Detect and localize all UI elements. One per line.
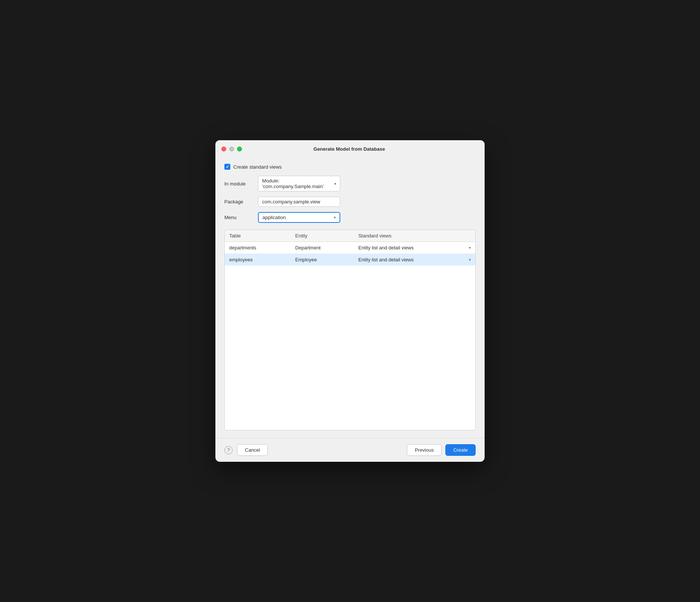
- dialog-title: Generate Model from Database: [313, 146, 385, 152]
- create-standard-views-row: Create standard views: [224, 164, 476, 170]
- row-table-cell: employees: [225, 254, 291, 266]
- in-module-chevron-down-icon: ▾: [334, 182, 336, 186]
- titlebar: Generate Model from Database: [215, 140, 485, 156]
- entities-table: Table Entity Standard views departments …: [224, 230, 476, 430]
- footer-right: Previous Create: [407, 444, 476, 456]
- row-entity-cell: Department: [291, 242, 354, 254]
- maximize-button[interactable]: [237, 147, 242, 151]
- table-header-row: Table Entity Standard views: [225, 230, 475, 242]
- table-row[interactable]: departments Department Entity list and d…: [225, 242, 475, 254]
- in-module-value: Module: 'com.company.Sample.main': [262, 178, 331, 189]
- views-dropdown[interactable]: Entity list and detail views ▾: [358, 257, 471, 262]
- row-views-cell: Entity list and detail views ▾: [354, 242, 475, 254]
- views-chevron-down-icon: ▾: [469, 246, 471, 250]
- cancel-button[interactable]: Cancel: [237, 444, 268, 456]
- row-table-cell: departments: [225, 242, 291, 254]
- views-value: Entity list and detail views: [358, 245, 414, 251]
- create-standard-views-checkbox[interactable]: [224, 164, 230, 170]
- menu-chevron-down-icon: ▾: [334, 215, 336, 219]
- package-row: Package com.company.sample.view: [224, 197, 476, 207]
- table: Table Entity Standard views departments …: [225, 230, 475, 265]
- views-value: Entity list and detail views: [358, 257, 414, 262]
- menu-row: Menu application ▾: [224, 212, 476, 223]
- footer-left: ? Cancel: [224, 444, 268, 456]
- col-standard-views: Standard views: [354, 230, 475, 242]
- table-body: departments Department Entity list and d…: [225, 242, 475, 266]
- help-button[interactable]: ?: [224, 446, 233, 454]
- table-row[interactable]: employees Employee Entity list and detai…: [225, 254, 475, 266]
- package-value: com.company.sample.view: [262, 199, 320, 205]
- create-standard-views-label: Create standard views: [233, 164, 282, 170]
- menu-value: application: [262, 215, 286, 220]
- dialog-content: Create standard views In module Module: …: [215, 156, 485, 438]
- menu-dropdown[interactable]: application ▾: [258, 212, 340, 223]
- package-label: Package: [224, 199, 258, 205]
- views-chevron-down-icon: ▾: [469, 258, 471, 262]
- in-module-dropdown[interactable]: Module: 'com.company.Sample.main' ▾: [258, 176, 340, 191]
- col-table: Table: [225, 230, 291, 242]
- in-module-label: In module: [224, 181, 258, 187]
- previous-button[interactable]: Previous: [407, 444, 442, 456]
- table-header: Table Entity Standard views: [225, 230, 475, 242]
- traffic-lights: [221, 147, 242, 151]
- close-button[interactable]: [221, 147, 226, 151]
- package-input[interactable]: com.company.sample.view: [258, 197, 340, 207]
- row-entity-cell: Employee: [291, 254, 354, 266]
- minimize-button[interactable]: [229, 147, 234, 151]
- row-views-cell: Entity list and detail views ▾: [354, 254, 475, 266]
- dialog: Generate Model from Database Create stan…: [215, 140, 485, 462]
- in-module-row: In module Module: 'com.company.Sample.ma…: [224, 176, 476, 191]
- create-button[interactable]: Create: [445, 444, 476, 456]
- dialog-footer: ? Cancel Previous Create: [215, 438, 485, 462]
- menu-label: Menu: [224, 215, 258, 220]
- views-dropdown[interactable]: Entity list and detail views ▾: [358, 245, 471, 251]
- col-entity: Entity: [291, 230, 354, 242]
